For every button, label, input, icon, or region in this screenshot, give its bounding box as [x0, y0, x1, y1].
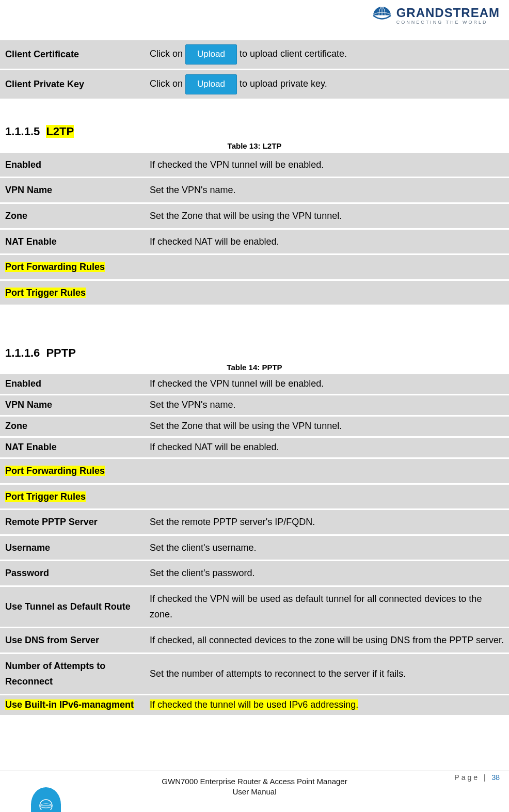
section-heading-pptp: 1.1.1.6 PPTP [5, 346, 509, 360]
heading-number: 1.1.1.6 [5, 346, 40, 359]
param-key: Port Trigger Rules [0, 281, 145, 305]
highlighted-text: Port Forwarding Rules [5, 262, 105, 272]
footer: Page | 38 GWN7000 Enterprise Router & Ac… [0, 771, 509, 812]
brand-logo: GRANDSTREAM CONNECTING THE WORLD [371, 4, 500, 27]
param-val: Set the remote PPTP server's IP/FQDN. [145, 510, 509, 534]
param-key: Port Forwarding Rules [0, 255, 145, 279]
upload-button[interactable]: Upload [185, 74, 237, 94]
table-row: Enabled If checked the VPN tunnel will b… [0, 153, 509, 177]
heading-title: PPTP [46, 346, 75, 359]
brand-text: GRANDSTREAM CONNECTING THE WORLD [396, 7, 500, 25]
table-row: Zone Set the Zone that will be using the… [0, 417, 509, 436]
param-key: Password [0, 561, 145, 585]
table-l2tp: Enabled If checked the VPN tunnel will b… [0, 151, 509, 307]
svg-point-6 [40, 800, 52, 810]
heading-number: 1.1.1.5 [5, 125, 40, 138]
table-pptp: Enabled If checked the VPN tunnel will b… [0, 373, 509, 716]
table-row: Number of Attempts to Reconnect Set the … [0, 654, 509, 694]
param-key: Port Trigger Rules [0, 485, 145, 509]
brand-tagline: CONNECTING THE WORLD [396, 20, 500, 25]
param-val: Set the client's password. [145, 561, 509, 585]
highlighted-text: Port Trigger Rules [5, 491, 86, 502]
param-val [145, 485, 509, 509]
table-row: Use DNS from Server If checked, all conn… [0, 628, 509, 652]
table-row: VPN Name Set the VPN's name. [0, 395, 509, 415]
table-row: NAT Enable If checked NAT will be enable… [0, 230, 509, 254]
table-row: Client Private Key Click on Upload to up… [0, 70, 509, 99]
param-key: NAT Enable [0, 230, 145, 254]
table-row: Port Forwarding Rules [0, 255, 509, 279]
param-val: Set the client's username. [145, 536, 509, 560]
param-val: Set the VPN's name. [145, 178, 509, 202]
upload-button[interactable]: Upload [185, 44, 237, 65]
table-row: VPN Name Set the VPN's name. [0, 178, 509, 202]
param-key: Username [0, 536, 145, 560]
param-val: If checked NAT will be enabled. [145, 438, 509, 457]
param-val: Click on Upload to upload private key. [145, 70, 509, 99]
param-val: Set the Zone that will be using the VPN … [145, 417, 509, 436]
table-row: Password Set the client's password. [0, 561, 509, 585]
text: to upload private key. [240, 78, 327, 89]
page-number: Page | 38 [454, 773, 500, 782]
param-val: If checked the tunnel will be used IPv6 … [145, 695, 509, 715]
param-val: Set the VPN's name. [145, 395, 509, 415]
table-row: Username Set the client's username. [0, 536, 509, 560]
param-val: If checked the VPN tunnel will be enable… [145, 374, 509, 394]
param-val: Set the number of attempts to reconnect … [145, 654, 509, 694]
table-caption: Table 13: L2TP [0, 141, 509, 150]
table-row: NAT Enable If checked NAT will be enable… [0, 438, 509, 457]
text: to upload client certificate. [240, 49, 347, 59]
page: GRANDSTREAM CONNECTING THE WORLD Client … [0, 0, 509, 717]
text: Click on [150, 78, 185, 89]
param-key: Number of Attempts to Reconnect [0, 654, 145, 694]
highlighted-text: Port Forwarding Rules [5, 466, 105, 476]
text: Click on [150, 49, 185, 59]
highlighted-text: Port Trigger Rules [5, 288, 86, 298]
param-val: Set the Zone that will be using the VPN … [145, 204, 509, 228]
param-val [145, 459, 509, 483]
param-key: Use Tunnel as Default Route [0, 587, 145, 627]
param-key: VPN Name [0, 395, 145, 415]
param-key: Enabled [0, 374, 145, 394]
globe-icon [371, 4, 393, 27]
table-row: Port Trigger Rules [0, 485, 509, 509]
table-row: Zone Set the Zone that will be using the… [0, 204, 509, 228]
highlighted-text: If checked the tunnel will be used IPv6 … [150, 699, 358, 710]
param-key: VPN Name [0, 178, 145, 202]
table-caption: Table 14: PPTP [0, 363, 509, 372]
footer-text: GWN7000 Enterprise Router & Access Point… [0, 776, 509, 797]
content: Client Certificate Click on Upload to up… [0, 0, 509, 717]
table-client-cert: Client Certificate Click on Upload to up… [0, 39, 509, 100]
param-key: Use DNS from Server [0, 628, 145, 652]
brand-name: GRANDSTREAM [396, 7, 500, 19]
param-val: Click on Upload to upload client certifi… [145, 40, 509, 69]
heading-title: L2TP [46, 125, 74, 138]
table-row: Remote PPTP Server Set the remote PPTP s… [0, 510, 509, 534]
param-key: Use Built-in IPv6-managment [0, 695, 145, 715]
param-key: Client Certificate [0, 40, 145, 69]
param-val [145, 255, 509, 279]
page-num-value: 38 [491, 773, 500, 782]
param-val: If checked the VPN tunnel will be enable… [145, 153, 509, 177]
table-row: Use Tunnel as Default Route If checked t… [0, 587, 509, 627]
section-heading-l2tp: 1.1.1.5 L2TP [5, 125, 509, 138]
param-key: Zone [0, 204, 145, 228]
page-sep: | [480, 773, 491, 782]
highlighted-text: Use Built-in IPv6-managment [5, 699, 134, 710]
param-val: If checked, all connected devices to the… [145, 628, 509, 652]
param-val: If checked NAT will be enabled. [145, 230, 509, 254]
param-key: Zone [0, 417, 145, 436]
param-key: Client Private Key [0, 70, 145, 99]
param-val [145, 281, 509, 305]
table-row: Use Built-in IPv6-managment If checked t… [0, 695, 509, 715]
param-key: NAT Enable [0, 438, 145, 457]
table-row: Port Trigger Rules [0, 281, 509, 305]
param-key: Enabled [0, 153, 145, 177]
param-key: Remote PPTP Server [0, 510, 145, 534]
table-row: Client Certificate Click on Upload to up… [0, 40, 509, 69]
param-key: Port Forwarding Rules [0, 459, 145, 483]
table-row: Port Forwarding Rules [0, 459, 509, 483]
footer-line2: User Manual [0, 787, 509, 797]
param-val: If checked the VPN will be used as defau… [145, 587, 509, 627]
page-label-text: Page [454, 773, 480, 782]
